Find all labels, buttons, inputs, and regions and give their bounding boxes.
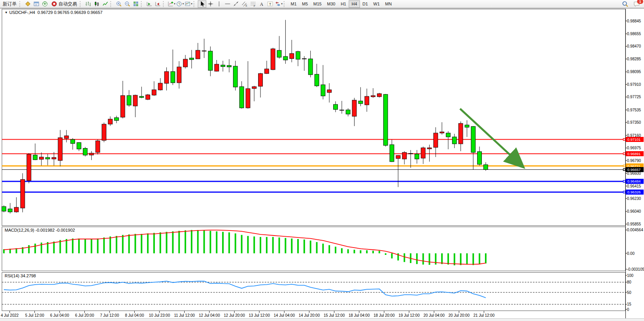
data-window-icon[interactable] — [32, 0, 41, 8]
svg-text:19 Jul 12:00: 19 Jul 12:00 — [399, 313, 420, 318]
timeframe-button-h1[interactable]: H1 — [338, 0, 349, 8]
svg-text:0.97160: 0.97160 — [627, 133, 641, 138]
svg-text:0.96040: 0.96040 — [627, 209, 641, 213]
periods-icon-caret[interactable]: ▾ — [182, 2, 184, 5]
horizontal-line-icon[interactable] — [223, 0, 232, 8]
zoom-in-icon[interactable] — [115, 0, 123, 8]
toolbar-separator — [19, 1, 22, 7]
toolbar-separator — [163, 1, 166, 7]
svg-text:0.98655: 0.98655 — [627, 32, 641, 36]
svg-text:0.96891: 0.96891 — [627, 152, 641, 156]
svg-text:12 Jul 04:00: 12 Jul 04:00 — [199, 313, 220, 318]
main-toolbar: 新订单自动交易▾▾▾EFAT▾M1M5M15M30H1H4D1W1MN1 — [0, 0, 644, 8]
svg-text:-0.003105: -0.003105 — [627, 267, 644, 271]
macd-signal-value: -0.001902 — [56, 228, 75, 232]
macd-main-value: -0.001982 — [35, 228, 55, 232]
periods-icon[interactable]: ▾ — [176, 0, 184, 8]
search-icon[interactable] — [621, 0, 629, 8]
timeframe-button-mn[interactable]: MN — [382, 0, 394, 8]
arrows-icon[interactable]: ▾ — [274, 0, 283, 8]
line-chart-icon[interactable] — [101, 0, 110, 8]
chart-shift-icon[interactable] — [154, 0, 162, 8]
svg-text:0.98845: 0.98845 — [627, 19, 641, 23]
new-order-button[interactable]: 新订单 — [1, 0, 19, 8]
svg-text:0.98285: 0.98285 — [627, 57, 641, 61]
svg-text:15 Jul 12:00: 15 Jul 12:00 — [324, 313, 345, 318]
window-bottom-edge — [0, 318, 644, 321]
crosshair-icon[interactable] — [206, 0, 215, 8]
svg-text:4 Jul 2022: 4 Jul 2022 — [1, 313, 19, 318]
charts-profile-icon[interactable] — [24, 0, 32, 8]
toolbar-separator — [141, 1, 144, 7]
cursor-icon[interactable] — [198, 0, 206, 8]
text-icon[interactable]: A — [257, 0, 266, 8]
svg-text:0.97535: 0.97535 — [627, 108, 641, 112]
svg-text:100: 100 — [627, 273, 634, 278]
bar-chart-icon[interactable] — [84, 0, 92, 8]
tile-windows-icon[interactable] — [132, 0, 140, 8]
chart-window[interactable]: 0.988450.986550.984700.982850.980950.979… — [0, 8, 644, 321]
fibonacci-icon[interactable]: F — [249, 0, 257, 8]
chart-title: ▼USDCHF-,H4 0.96729 0.96765 0.96639 0.96… — [5, 10, 103, 15]
templates-icon[interactable]: ▾ — [184, 0, 193, 8]
timeframe-button-m15[interactable]: M15 — [311, 0, 324, 8]
svg-text:E: E — [246, 4, 248, 7]
equidistant-channel-icon[interactable]: E — [240, 0, 249, 8]
signal-icon[interactable] — [41, 0, 49, 8]
chart-menu-dropdown-icon[interactable]: ▼ — [5, 11, 8, 14]
svg-text:20 Jul 20:00: 20 Jul 20:00 — [449, 313, 470, 318]
svg-text:18 Jul 04:00: 18 Jul 04:00 — [349, 313, 370, 318]
svg-text:10 Jul 23:00: 10 Jul 23:00 — [149, 313, 170, 318]
svg-text:0: 0 — [627, 307, 629, 312]
svg-text:0.98470: 0.98470 — [627, 44, 641, 48]
candlestick-chart-icon[interactable] — [92, 0, 101, 8]
svg-text:11 Jul 12:00: 11 Jul 12:00 — [174, 313, 195, 318]
svg-text:14 Jul 20:00: 14 Jul 20:00 — [299, 313, 320, 318]
toolbar-separator — [284, 1, 286, 7]
indicators-icon-caret[interactable]: ▾ — [174, 2, 175, 5]
svg-text:0.95855: 0.95855 — [627, 222, 641, 226]
auto-scroll-icon[interactable] — [145, 0, 154, 8]
autotrading-button[interactable]: 自动交易 — [49, 0, 79, 8]
svg-text:F: F — [254, 5, 255, 7]
svg-text:5 Jul 12:00: 5 Jul 12:00 — [25, 313, 44, 318]
price-chart-canvas[interactable]: 0.988450.986550.984700.982850.980950.979… — [0, 9, 644, 321]
timeframe-button-w1[interactable]: W1 — [371, 0, 383, 8]
svg-text:6 Jul 04:00: 6 Jul 04:00 — [50, 313, 69, 318]
svg-text:14 Jul 04:00: 14 Jul 04:00 — [274, 313, 295, 318]
svg-text:0.97101: 0.97101 — [627, 137, 641, 142]
zoom-out-icon[interactable] — [123, 0, 132, 8]
svg-text:A: A — [260, 2, 264, 7]
svg-text:18 Jul 20:00: 18 Jul 20:00 — [373, 313, 395, 318]
svg-text:8 Jul 04:00: 8 Jul 04:00 — [125, 313, 144, 318]
svg-text:0.96790: 0.96790 — [627, 159, 641, 163]
templates-icon-caret[interactable]: ▾ — [191, 2, 192, 5]
svg-text:7 Jul 12:00: 7 Jul 12:00 — [100, 313, 119, 318]
svg-text:0.96415: 0.96415 — [627, 184, 641, 188]
svg-text:T: T — [269, 2, 271, 6]
trendline-icon[interactable] — [232, 0, 240, 8]
svg-text:13 Jul 12:00: 13 Jul 12:00 — [249, 313, 270, 318]
svg-text:0.96657: 0.96657 — [627, 167, 641, 172]
svg-text:15: 15 — [627, 302, 632, 306]
svg-text:0.004564: 0.004564 — [627, 228, 643, 232]
notifications-icon[interactable]: 1 — [632, 0, 641, 8]
timeframe-button-m5[interactable]: M5 — [299, 0, 310, 8]
svg-text:20 Jul 04:00: 20 Jul 04:00 — [423, 313, 445, 318]
svg-text:0.00: 0.00 — [627, 251, 635, 256]
text-label-icon[interactable]: T — [266, 0, 274, 8]
svg-text:50: 50 — [627, 290, 632, 295]
chart-symbol-period: USDCHF-,H4 — [9, 10, 35, 15]
arrows-icon-caret[interactable]: ▾ — [281, 2, 283, 5]
svg-text:0.98095: 0.98095 — [627, 70, 641, 74]
vertical-line-icon[interactable] — [215, 0, 223, 8]
chart-ohlc-values: 0.96729 0.96765 0.96639 0.96657 — [38, 10, 103, 15]
timeframe-button-m30[interactable]: M30 — [324, 0, 338, 8]
indicators-icon[interactable]: ▾ — [167, 0, 176, 8]
timeframe-button-d1[interactable]: D1 — [360, 0, 371, 8]
timeframe-button-h4[interactable]: H4 — [349, 0, 360, 8]
new-order-button-label: 新订单 — [3, 1, 17, 7]
timeframe-button-m1[interactable]: M1 — [288, 0, 299, 8]
notification-badge: 1 — [637, 0, 643, 4]
macd-indicator-label: MACD(12,26,9) -0.001982 -0.001902 — [5, 228, 75, 232]
